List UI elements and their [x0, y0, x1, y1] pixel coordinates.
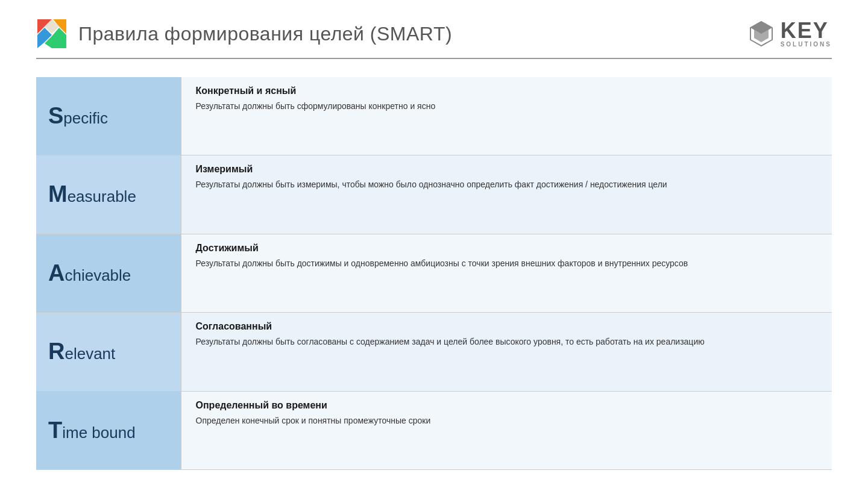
content-cell-timebound: Определенный во времениОпределен конечны…	[181, 391, 832, 469]
content-title-timebound: Определенный во времени	[196, 400, 818, 411]
first-letter-relevant: R	[48, 339, 64, 364]
first-letter-specific: S	[48, 103, 63, 128]
content-desc-measurable: Результаты должны быть измеримы, чтобы м…	[196, 178, 818, 191]
label-text-specific: Specific	[48, 103, 169, 129]
content-title-specific: Конкретный и ясный	[196, 86, 818, 96]
smart-row-timebound: Time boundОпределенный во времениОпредел…	[36, 391, 832, 469]
content-desc-specific: Результаты должны быть сформулированы ко…	[196, 100, 818, 113]
key-logo-icon	[748, 20, 775, 47]
smart-row-measurable: MeasurableИзмеримыйРезультаты должны быт…	[36, 155, 832, 234]
smart-row-relevant: RelevantСогласованныйРезультаты должны б…	[36, 313, 832, 391]
header: Правила формирования целей (SMART) KEY S…	[36, 18, 832, 59]
rest-text-measurable: easurable	[68, 187, 136, 205]
first-letter-achievable: A	[48, 260, 64, 286]
key-solutions-logo: KEY SOLUTIONS	[748, 20, 832, 48]
rest-text-timebound: ime bound	[62, 424, 135, 442]
rest-text-relevant: elevant	[64, 345, 115, 363]
page-title: Правила формирования целей (SMART)	[78, 23, 452, 45]
content-desc-timebound: Определен конечный срок и понятны промеж…	[196, 414, 818, 427]
first-letter-measurable: M	[48, 181, 68, 207]
first-letter-timebound: T	[48, 418, 62, 443]
mosaic-logo-icon	[36, 18, 68, 49]
content-title-relevant: Согласованный	[196, 321, 818, 332]
content-cell-relevant: СогласованныйРезультаты должны быть согл…	[181, 313, 832, 391]
page: Правила формирования целей (SMART) KEY S…	[0, 0, 868, 488]
label-cell-achievable: Achievable	[36, 234, 181, 312]
label-cell-specific: Specific	[36, 77, 181, 155]
content-cell-measurable: ИзмеримыйРезультаты должны быть измеримы…	[181, 155, 832, 234]
label-text-timebound: Time bound	[48, 418, 169, 443]
rest-text-achievable: chievable	[64, 266, 131, 284]
label-cell-relevant: Relevant	[36, 313, 181, 391]
content-title-achievable: Достижимый	[196, 243, 818, 254]
content-desc-relevant: Результаты должны быть согласованы с сод…	[196, 336, 818, 348]
rest-text-specific: pecific	[63, 109, 108, 127]
content-cell-specific: Конкретный и ясныйРезультаты должны быть…	[181, 77, 832, 155]
label-cell-timebound: Time bound	[36, 391, 181, 469]
content-cell-achievable: ДостижимыйРезультаты должны быть достижи…	[181, 234, 832, 312]
content-desc-achievable: Результаты должны быть достижимы и однов…	[196, 257, 818, 270]
smart-row-specific: SpecificКонкретный и ясныйРезультаты дол…	[36, 77, 832, 155]
smart-row-achievable: AchievableДостижимыйРезультаты должны бы…	[36, 234, 832, 312]
key-brand-name: KEY	[781, 20, 832, 42]
svg-marker-7	[750, 22, 772, 34]
key-brand-solutions: SOLUTIONS	[781, 42, 832, 48]
label-text-achievable: Achievable	[48, 260, 169, 286]
label-cell-measurable: Measurable	[36, 155, 181, 234]
smart-table: SpecificКонкретный и ясныйРезультаты дол…	[36, 77, 832, 470]
content-title-measurable: Измеримый	[196, 164, 818, 175]
key-logo-text: KEY SOLUTIONS	[781, 20, 832, 48]
label-text-measurable: Measurable	[48, 181, 169, 207]
header-left: Правила формирования целей (SMART)	[36, 18, 452, 49]
label-text-relevant: Relevant	[48, 339, 169, 364]
